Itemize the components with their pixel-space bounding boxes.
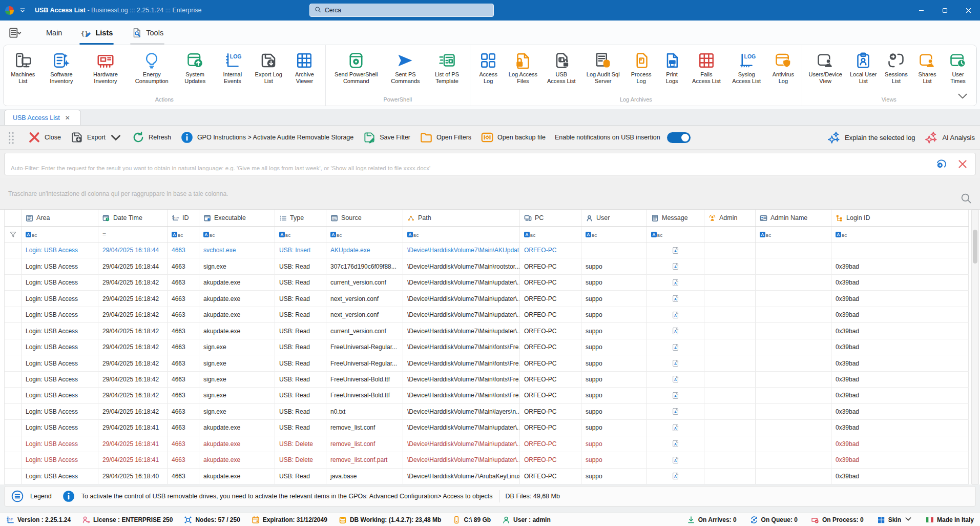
message-doc-icon[interactable]: A [672, 359, 679, 367]
ribbon-button-log-audit-sql-server[interactable]: Log Audit Sql Server [581, 50, 625, 86]
filter-cell-area[interactable]: ABC [22, 227, 98, 242]
table-row[interactable]: Login: USB Access29/04/2025 16:18:424663… [5, 307, 969, 323]
column-header-path[interactable]: Path [403, 210, 520, 226]
ribbon-button-process-log[interactable]: Process Log [627, 50, 656, 86]
filter-cell-type[interactable]: ABC [275, 227, 326, 242]
ribbon-collapse-chevron-icon[interactable] [956, 89, 969, 103]
message-doc-icon[interactable]: A [672, 440, 679, 448]
ribbon-button-syslog-access-list[interactable]: LOGSyslog Access List [726, 50, 767, 86]
usb-notifications-toggle[interactable] [667, 132, 691, 143]
message-doc-icon[interactable]: A [672, 456, 679, 464]
message-doc-icon[interactable]: A [672, 408, 679, 415]
table-row[interactable]: Login: USB Access29/04/2025 16:18:424663… [5, 404, 969, 420]
ribbon-button-print-logs[interactable]: Print Logs [657, 50, 687, 86]
table-row[interactable]: Login: USB Access29/04/2025 16:18:424663… [5, 355, 969, 371]
ribbon-button-energy-consumption[interactable]: Energy Consumption [129, 50, 175, 86]
filter-cell-user[interactable]: ABC [581, 227, 647, 242]
column-header-adminname[interactable]: Admin Name [756, 210, 831, 226]
message-doc-icon[interactable]: A [672, 295, 679, 302]
ribbon-button-software-inventory[interactable]: Software Inventory [40, 50, 82, 86]
save-filter-button[interactable]: Save Filter [363, 131, 410, 144]
message-doc-icon[interactable]: A [672, 327, 679, 335]
table-row[interactable]: Login: USB Access29/04/2025 16:18:404663… [5, 469, 969, 484]
maximize-button[interactable] [933, 0, 956, 21]
message-doc-icon[interactable]: A [672, 424, 679, 432]
table-row[interactable]: Login: USB Access29/04/2025 16:18:424663… [5, 372, 969, 388]
table-row[interactable]: Login: USB Access29/04/2025 16:18:414663… [5, 420, 969, 436]
ribbon-button-internal-events[interactable]: LOGInternal Events [215, 50, 250, 86]
export-button[interactable]: Export [70, 131, 122, 144]
minimize-button[interactable] [909, 0, 933, 21]
ribbon-button-sessions-list[interactable]: Sessions List [881, 50, 911, 86]
filter-cell-loginid[interactable]: ABC [831, 227, 969, 242]
search-input[interactable]: Cerca [309, 4, 494, 17]
scrollbar-thumb[interactable] [973, 230, 977, 264]
ribbon-button-fails-access-list[interactable]: Fails Access List [688, 50, 725, 86]
table-row[interactable]: Login: USB Access29/04/2025 16:18:424663… [5, 339, 969, 355]
column-header-type[interactable]: Type [275, 210, 326, 226]
close-window-button[interactable] [956, 0, 980, 21]
table-row[interactable]: Login: USB Access29/04/2025 16:18:444663… [5, 242, 969, 258]
ribbon-button-list-of-ps-template[interactable]: List of PS Template [427, 50, 467, 86]
message-doc-icon[interactable]: A [672, 279, 679, 287]
filter-cell-datetime[interactable]: = [98, 227, 168, 242]
message-doc-icon[interactable]: A [672, 343, 679, 351]
tab-usb-access-list[interactable]: USB Access List ✕ [4, 110, 81, 125]
ribbon-button-log-access-files[interactable]: Log Access Files [504, 50, 542, 86]
column-header-pc[interactable]: PC [520, 210, 581, 226]
gpo-instructions-button[interactable]: GPO Instructions > Activate Audite Remov… [180, 131, 353, 144]
message-doc-icon[interactable]: A [672, 262, 679, 270]
filter-funnel-icon[interactable] [5, 227, 22, 242]
ribbon-button-user-times[interactable]: User Times [943, 50, 973, 86]
ribbon-button-hardware-inventory[interactable]: Hardware Inventory [84, 50, 128, 86]
legend-label[interactable]: Legend [30, 493, 52, 500]
ribbon-button-users-device-view[interactable]: Users/Device View [805, 50, 846, 86]
ribbon-button-send-powershell-command[interactable]: Send PowerShell Command [329, 50, 384, 86]
column-header-id[interactable]: LOGID [168, 210, 199, 226]
ribbon-button-export-log-list[interactable]: Export Log List [251, 50, 286, 86]
filter-cell-pc[interactable]: ABC [520, 227, 581, 242]
column-header-message[interactable]: Message [647, 210, 704, 226]
column-header-admin[interactable]: Admin [704, 210, 756, 226]
message-doc-icon[interactable]: A [672, 472, 679, 480]
message-doc-icon[interactable]: A [672, 392, 679, 399]
column-header-area[interactable]: Area [22, 210, 98, 226]
ribbon-button-access-log[interactable]: Access Log [473, 50, 503, 86]
run-ai-filter-icon[interactable] [934, 157, 948, 171]
explain-log-button[interactable]: Explain the selected log [827, 131, 915, 144]
ribbon-button-local-user-list[interactable]: Local User List [847, 50, 880, 86]
table-row[interactable]: Login: USB Access29/04/2025 16:18:424663… [5, 291, 969, 307]
ribbon-button-archive-viewer[interactable]: Archive Viewer [287, 50, 322, 86]
filter-cell-path[interactable]: ABC [403, 227, 520, 242]
column-header-user[interactable]: User [581, 210, 647, 226]
tab-tools[interactable]: Tools [124, 21, 171, 45]
table-row[interactable]: Login: USB Access29/04/2025 16:18:424663… [5, 275, 969, 291]
filter-cell-adminname[interactable]: ABC [756, 227, 831, 242]
tab-lists[interactable]: {}Lists [73, 21, 120, 45]
status-skin[interactable]: Skin [877, 515, 912, 524]
table-row[interactable]: Login: USB Access29/04/2025 16:18:424663… [5, 323, 969, 339]
ribbon-button-shares-list[interactable]: Shares List [912, 50, 942, 86]
close-button[interactable]: Close [28, 131, 61, 144]
ribbon-button-sent-ps-commands[interactable]: Sent PS Commands [385, 50, 426, 86]
close-tab-icon[interactable]: ✕ [65, 114, 70, 122]
message-doc-icon[interactable]: A [672, 375, 679, 383]
ribbon-button-usb-access-list[interactable]: USB Access List [543, 50, 580, 86]
message-doc-icon[interactable]: A [672, 247, 679, 254]
filter-cell-source[interactable]: ABC [326, 227, 403, 242]
ribbon-button-antivirus-log[interactable]: Antivirus Log [768, 50, 798, 86]
open-filters-button[interactable]: Open Filters [420, 131, 471, 144]
table-row[interactable]: Login: USB Access29/04/2025 16:18:444663… [5, 258, 969, 274]
column-header-source[interactable]: XMLSource [326, 210, 403, 226]
table-row[interactable]: Login: USB Access29/04/2025 16:18:414663… [5, 452, 969, 468]
open-backup-button[interactable]: Open backup file [481, 131, 546, 144]
table-row[interactable]: Login: USB Access29/04/2025 16:18:424663… [5, 388, 969, 403]
legend-icon[interactable] [11, 490, 24, 503]
grid-search-icon[interactable] [960, 192, 973, 205]
filter-cell-id[interactable]: ABC [168, 227, 199, 242]
filter-cell-executable[interactable]: ABC [199, 227, 275, 242]
group-by-panel[interactable]: Trascinare un'intestazione di colonna qu… [0, 178, 980, 209]
filter-cell-message[interactable]: ABC [647, 227, 704, 242]
toolbar-grip-handle[interactable] [5, 131, 18, 144]
table-row[interactable]: Login: USB Access29/04/2025 16:18:414663… [5, 436, 969, 452]
